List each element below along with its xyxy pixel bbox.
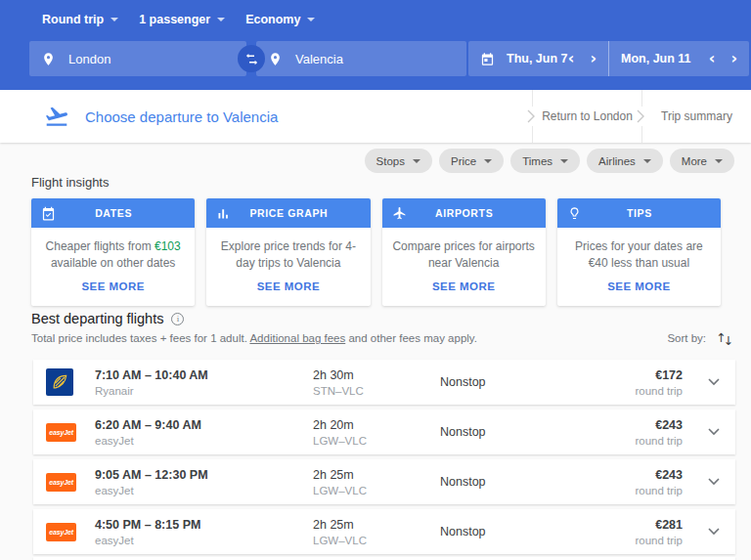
search-fields: London Valencia Thu, Jun 7 ‹ [0,41,751,76]
info-icon[interactable]: i [171,313,184,325]
trip-type-label: Round trip [42,13,104,26]
flight-stops: Nonstop [440,425,557,439]
insight-card-price-graph[interactable]: PRICE GRAPH Explore price trends for 4-d… [206,198,370,306]
insight-card-tips[interactable]: TIPS Prices for your dates are €40 less … [557,198,721,306]
swap-arrows-icon [244,52,259,66]
results-disclaimer: Total price includes taxes + fees for 1 … [31,332,477,344]
price-note: round trip [557,435,683,447]
results-section-title: Best departing flights [31,311,163,326]
chevron-down-icon [217,18,225,22]
flight-duration: 2h 30m [313,368,440,382]
sort-by-label: Sort by: [667,332,706,344]
airplane-icon [392,206,407,221]
location-pin-icon [268,52,283,66]
price-highlight: €103 [155,239,181,253]
calendar-icon [480,52,495,66]
current-step: Choose departure to Valencia [44,90,278,143]
step-bar: Choose departure to Valencia Return to L… [0,90,751,143]
chevron-down-icon [560,159,568,163]
chevron-down-icon [708,478,720,486]
search-header: Round trip 1 passenger Economy London [0,0,751,90]
see-more-link[interactable]: SEE MORE [257,280,320,292]
destination-value: Valencia [295,52,343,66]
chevron-down-icon [715,159,723,163]
trip-options: Round trip 1 passenger Economy [42,13,315,26]
flight-stops: Nonstop [440,375,557,389]
chevron-right-icon [527,107,535,126]
flight-times: 4:50 PM – 8:15 PM [95,518,313,532]
see-more-link[interactable]: SEE MORE [432,280,495,292]
depart-prev-day-button[interactable]: ‹ [568,51,575,66]
bag-fees-link[interactable]: Additional bag fees [249,332,345,344]
insight-card-dates[interactable]: DATES Cheaper flights from €103 availabl… [31,198,195,306]
insight-text: Prices for your dates are €40 less than … [565,238,713,272]
flight-route: LGW–VLC [313,435,440,447]
chevron-down-icon [708,378,720,386]
ryanair-logo [46,368,73,396]
flight-duration: 2h 25m [313,468,440,482]
flight-airline: easyJet [95,435,313,447]
flight-row-easyjet-2[interactable]: easyJet 9:05 AM – 12:30 PM easyJet 2h 25… [33,459,735,504]
flight-duration: 2h 25m [313,518,440,532]
sort-arrows-icon[interactable]: ↑↓ [716,330,733,345]
origin-field[interactable]: London [29,41,246,76]
flight-row-easyjet-1[interactable]: easyJet 6:20 AM – 9:40 AM easyJet 2h 20m… [33,409,735,454]
step-trip-summary[interactable]: Trip summary [641,90,751,143]
insight-text: Cheaper flights from €103 available on o… [39,238,187,272]
filter-price[interactable]: Price [439,149,504,173]
trip-steps: Return to London Trip summary [532,90,751,143]
filter-more[interactable]: More [670,149,734,173]
step-return-to-london[interactable]: Return to London [532,90,641,143]
flight-duration: 2h 20m [313,418,440,432]
expand-flight-button[interactable] [692,528,735,536]
location-pin-icon [41,52,56,66]
see-more-link[interactable]: SEE MORE [607,280,670,292]
flight-times: 9:05 AM – 12:30 PM [95,468,313,482]
flight-stops: Nonstop [440,525,557,538]
flight-price: €281 [557,518,683,532]
expand-flight-button[interactable] [692,428,735,436]
expand-flight-button[interactable] [692,378,735,386]
insight-cards: DATES Cheaper flights from €103 availabl… [31,198,721,306]
see-more-link[interactable]: SEE MORE [81,280,144,292]
depart-next-day-button[interactable]: › [590,51,596,66]
filter-chips: Stops Price Times Airlines More [365,149,734,173]
trip-type-dropdown[interactable]: Round trip [42,13,118,26]
depart-date-field[interactable]: Thu, Jun 7 ‹ › [468,41,608,76]
flight-price: €172 [557,368,683,382]
filter-times[interactable]: Times [510,149,580,173]
chevron-down-icon [708,428,720,436]
cabin-class-label: Economy [245,13,300,26]
return-next-day-button[interactable]: › [730,51,737,66]
flight-row-ryanair[interactable]: 7:10 AM – 10:40 AM Ryanair 2h 30m STN–VL… [33,360,735,405]
flight-price: €243 [557,418,683,432]
calendar-check-icon [41,206,56,221]
price-note: round trip [557,485,683,496]
lightbulb-icon [567,206,582,221]
filter-airlines[interactable]: Airlines [587,149,663,173]
passengers-dropdown[interactable]: 1 passenger [139,13,225,26]
flight-route: LGW–VLC [313,485,440,496]
return-prev-day-button[interactable]: ‹ [709,51,716,66]
filter-stops[interactable]: Stops [365,149,432,173]
flight-airline: Ryanair [95,385,313,397]
chevron-down-icon [413,159,420,163]
insight-text: Explore price trends for 4-day trips to … [214,238,362,272]
results-area: Stops Price Times Airlines More Flight i… [0,143,751,560]
insights-section-title: Flight insights [31,175,109,190]
cabin-class-dropdown[interactable]: Economy [245,13,315,26]
destination-field[interactable]: Valencia [256,41,466,76]
return-date-value: Mon, Jun 11 [621,52,691,65]
expand-flight-button[interactable] [692,478,735,486]
flight-times: 7:10 AM – 10:40 AM [95,368,313,382]
chevron-down-icon [484,159,492,163]
swap-locations-button[interactable] [238,45,265,72]
insight-card-airports[interactable]: AIRPORTS Compare prices for airports nea… [382,198,546,306]
flight-airline: easyJet [95,485,313,496]
flight-route: LGW–VLC [313,535,440,546]
chevron-down-icon [307,18,315,22]
flight-row-easyjet-3[interactable]: easyJet 4:50 PM – 8:15 PM easyJet 2h 25m… [33,509,735,554]
bar-chart-icon [216,206,231,221]
return-date-field[interactable]: Mon, Jun 11 ‹ › [608,41,749,76]
easyjet-logo: easyJet [46,423,76,442]
